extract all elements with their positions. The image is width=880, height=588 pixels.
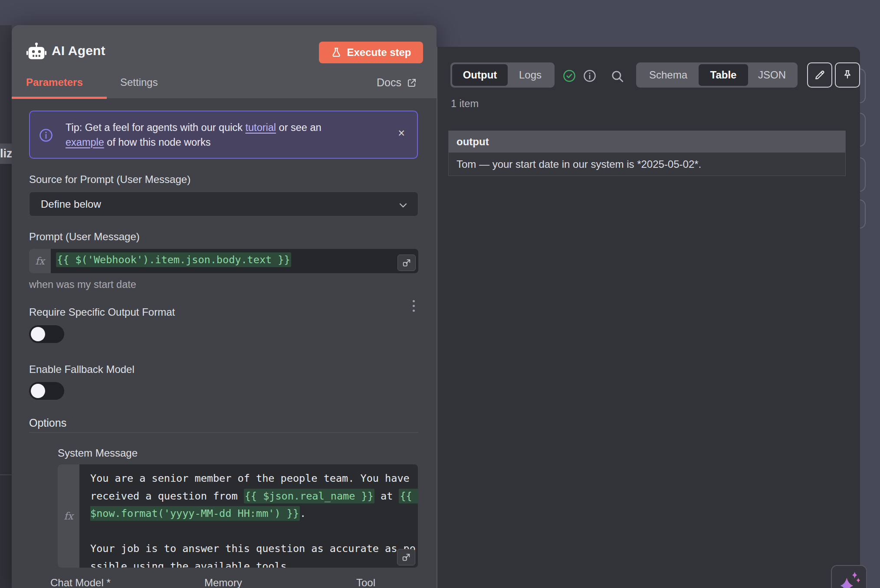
node-header: AI Agent Execute step Parameters Setting… <box>12 25 437 99</box>
system-message-text: You are a senior member of the people te… <box>90 470 418 568</box>
output-logs-switch: Output Logs <box>450 62 555 88</box>
expand-expression-button[interactable] <box>397 255 416 271</box>
info-icon[interactable] <box>583 69 597 83</box>
external-link-icon <box>407 78 417 88</box>
expand-expression-button[interactable] <box>397 549 415 565</box>
parameter-options-menu-icon[interactable] <box>411 300 416 312</box>
canvas-left-edge-node <box>0 164 12 588</box>
connector-chat-model-label: Chat Model * <box>50 577 111 588</box>
require-output-format-label: Require Specific Output Format <box>29 306 175 318</box>
pin-data-button[interactable] <box>835 62 860 88</box>
view-table[interactable]: Table <box>699 64 748 86</box>
require-output-format-toggle[interactable] <box>29 325 64 343</box>
tip-text: Tip: Get a feel for agents with our quic… <box>66 120 322 150</box>
active-tab-underline <box>12 97 107 99</box>
tab-parameters[interactable]: Parameters <box>26 76 83 88</box>
output-panel: Output Logs Schema Table JSON <box>437 47 860 588</box>
close-icon[interactable]: × <box>398 127 405 139</box>
output-cell: Tom — your start date in our system is *… <box>449 152 845 176</box>
tip-banner: Tip: Get a feel for agents with our quic… <box>29 111 418 159</box>
n8n-node-detail-view: liz AI Agent <box>0 0 880 588</box>
canvas-clipped-node-label: liz <box>0 144 12 164</box>
view-json[interactable]: JSON <box>748 64 796 86</box>
fallback-model-label: Enable Fallback Model <box>29 363 135 376</box>
connector-tool-label: Tool <box>356 577 375 588</box>
pencil-icon <box>814 69 826 81</box>
fallback-model-toggle[interactable] <box>29 382 64 400</box>
output-table: output Tom — your start date in our syst… <box>448 131 846 176</box>
success-check-icon <box>562 69 576 83</box>
ai-assistant-button[interactable] <box>831 565 867 588</box>
output-column-header: output <box>449 131 845 152</box>
system-message-editor[interactable]: fx You are a senior member of the people… <box>58 464 418 568</box>
connector-memory-label: Memory <box>204 577 242 588</box>
fx-badge: fx <box>58 464 79 568</box>
search-icon[interactable] <box>610 69 625 84</box>
sparkles-icon <box>836 569 863 588</box>
chevron-down-icon <box>397 199 409 211</box>
flask-icon <box>331 47 342 58</box>
prompt-label: Prompt (User Message) <box>29 231 140 243</box>
tab-logs[interactable]: Logs <box>508 64 553 86</box>
select-value: Define below <box>41 198 101 210</box>
view-mode-switch: Schema Table JSON <box>636 62 798 88</box>
prompt-expression-code: {{ $('Webhook').item.json.body.text }} <box>56 254 291 266</box>
canvas-left-edge-divider <box>0 474 12 475</box>
node-settings-panel: AI Agent Execute step Parameters Setting… <box>12 25 437 588</box>
tab-settings[interactable]: Settings <box>120 76 158 88</box>
tutorial-link[interactable]: tutorial <box>246 122 276 133</box>
view-schema[interactable]: Schema <box>638 64 699 86</box>
pin-icon <box>841 69 854 81</box>
info-icon <box>39 128 53 143</box>
fx-badge: fx <box>29 249 51 273</box>
source-for-prompt-select[interactable]: Define below <box>29 192 418 216</box>
options-heading: Options <box>29 417 66 429</box>
robot-icon <box>26 42 47 62</box>
items-count: 1 item <box>451 98 479 110</box>
example-link[interactable]: example <box>66 137 104 148</box>
execute-step-button[interactable]: Execute step <box>319 42 423 63</box>
edit-output-button[interactable] <box>807 62 832 88</box>
prompt-expression-field[interactable]: fx {{ $('Webhook').item.json.body.text }… <box>29 249 418 273</box>
source-for-prompt-label: Source for Prompt (User Message) <box>29 173 190 186</box>
docs-link[interactable]: Docs <box>377 76 417 89</box>
tab-output[interactable]: Output <box>452 64 508 86</box>
options-divider <box>29 432 418 433</box>
system-message-label: System Message <box>58 447 138 459</box>
prompt-resolved-preview: when was my start date <box>29 279 136 291</box>
node-title: AI Agent <box>52 43 105 58</box>
